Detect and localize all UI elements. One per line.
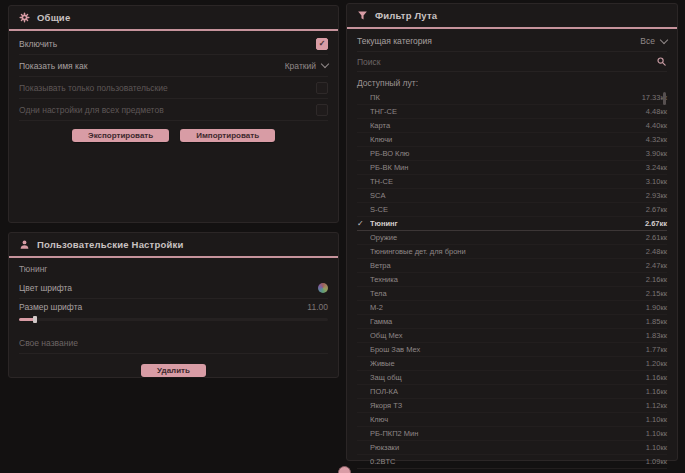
- loot-item-value: 1.12кк: [646, 401, 667, 410]
- loot-list: ПК17.33ккТНГ-СЕ4.48ккКарта4.40ккКлючи4.3…: [357, 91, 667, 473]
- loot-item-value: 1.10кк: [646, 415, 667, 424]
- user-settings-title: Пользовательские Настройки: [37, 239, 184, 250]
- only-custom-label: Показывать только пользовательские: [19, 83, 168, 93]
- loot-item-name: Оружие: [370, 233, 646, 242]
- loot-filter-header: Фильтр Лута: [347, 4, 677, 29]
- loot-item-value: 1.20кк: [646, 359, 667, 368]
- slider-track[interactable]: [19, 318, 328, 321]
- scrollbar-thumb[interactable]: [663, 92, 666, 105]
- name-display-label: Показать имя как: [19, 61, 87, 71]
- loot-item-name: Защ общ: [370, 373, 646, 382]
- same-settings-row: Одни настройки для всех предметов: [19, 99, 328, 121]
- font-size-value: 11.00: [307, 302, 328, 312]
- loot-item-row[interactable]: РБ-ПКП2 Мин1.10кк: [357, 427, 667, 441]
- loot-item-row[interactable]: Гамма1.85кк: [357, 315, 667, 329]
- loot-item-row[interactable]: Ключи4.32кк: [357, 133, 667, 147]
- loot-item-name: Ключ: [370, 415, 646, 424]
- enable-label: Включить: [19, 39, 57, 49]
- loot-item-name: РБ-ПКП2 Мин: [370, 429, 646, 438]
- loot-item-row[interactable]: Живые1.20кк: [357, 357, 667, 371]
- font-size-slider[interactable]: [19, 315, 328, 326]
- check-icon: ✓: [357, 219, 370, 229]
- export-import-row: Экспортировать Импортировать: [19, 129, 328, 142]
- custom-name-input[interactable]: [19, 338, 328, 348]
- loot-item-row[interactable]: ТН-СЕ3.10кк: [357, 175, 667, 189]
- loot-item-row[interactable]: S-СЕ2.67кк: [357, 203, 667, 217]
- slider-thumb[interactable]: [33, 316, 37, 323]
- loot-item-name: Карта: [370, 121, 646, 130]
- same-settings-label: Одни настройки для всех предметов: [19, 105, 164, 115]
- loot-item-name: ПОЛ-КА: [370, 387, 646, 396]
- loot-item-name: Общ Мех: [370, 331, 646, 340]
- enable-row: Включить ✓: [19, 33, 328, 55]
- loot-item-value: 1.16кк: [646, 373, 667, 382]
- gear-icon: [19, 12, 30, 23]
- loot-item-value: 2.67кк: [645, 219, 667, 228]
- loot-item-name: SCA: [370, 191, 646, 200]
- loot-item-value: 2.47кк: [646, 261, 667, 270]
- loot-item-row[interactable]: РБ-ВО Клю3.90кк: [357, 147, 667, 161]
- loot-item-row[interactable]: Техника2.16кк: [357, 273, 667, 287]
- loot-item-row[interactable]: SCA2.93кк: [357, 189, 667, 203]
- available-loot-row: Доступный лут:: [357, 74, 667, 91]
- loot-item-row[interactable]: Карта4.40кк: [357, 119, 667, 133]
- category-value: Все: [640, 36, 655, 46]
- name-display-dropdown[interactable]: Краткий: [285, 61, 328, 71]
- loot-item-value: 2.67кк: [646, 205, 667, 214]
- loot-item-name: 0.2BTC: [370, 457, 646, 466]
- loot-item-row[interactable]: ПОЛ-КА1.16кк: [357, 385, 667, 399]
- same-settings-checkbox[interactable]: [316, 104, 328, 116]
- general-panel-header: Общие: [9, 6, 338, 31]
- loot-item-row[interactable]: Якоря ТЗ1.12кк: [357, 399, 667, 413]
- selected-item-row: Тюнинг: [19, 260, 328, 277]
- loot-item-row[interactable]: 0.2BTC1.09кк: [357, 455, 667, 469]
- search-row: [357, 52, 667, 72]
- user-settings-panel: Пользовательские Настройки Тюнинг Цвет ш…: [8, 232, 339, 378]
- loot-item-value: 1.10кк: [646, 429, 667, 438]
- name-display-row: Показать имя как Краткий: [19, 55, 328, 77]
- loot-item-row[interactable]: ПК17.33кк: [357, 91, 667, 105]
- loot-item-value: 2.15кк: [646, 289, 667, 298]
- loot-item-row[interactable]: Ветра2.47кк: [357, 259, 667, 273]
- name-display-value: Краткий: [285, 61, 316, 71]
- loot-item-row[interactable]: Брош Зав Мех1.77кк: [357, 343, 667, 357]
- loot-item-value: 2.48кк: [646, 247, 667, 256]
- category-dropdown[interactable]: Все: [640, 36, 667, 46]
- loot-item-name: S-СЕ: [370, 205, 646, 214]
- loot-item-name: ПК: [370, 93, 642, 102]
- loot-item-row[interactable]: Ключ1.10кк: [357, 413, 667, 427]
- loot-item-row[interactable]: Тюнинговые дет. для брони2.48кк: [357, 245, 667, 259]
- loot-item-value: 1.09кк: [646, 457, 667, 466]
- loot-item-row[interactable]: GSPT1.00кк: [357, 469, 667, 473]
- loot-item-row[interactable]: Тела2.15кк: [357, 287, 667, 301]
- loot-item-value: 2.93кк: [646, 191, 667, 200]
- loot-item-row[interactable]: ТНГ-СЕ4.48кк: [357, 105, 667, 119]
- custom-name-row: [19, 332, 328, 354]
- loot-item-row[interactable]: М-21.90кк: [357, 301, 667, 315]
- loot-item-name: Живые: [370, 359, 646, 368]
- loot-item-row[interactable]: РБ-ВК Мин3.24кк: [357, 161, 667, 175]
- loot-item-row[interactable]: Общ Мех1.83кк: [357, 329, 667, 343]
- only-custom-row: Показывать только пользовательские: [19, 77, 328, 99]
- loot-item-name: Тела: [370, 289, 646, 298]
- loot-item-row[interactable]: Оружие2.61кк: [357, 231, 667, 245]
- enable-checkbox[interactable]: ✓: [316, 38, 328, 50]
- import-button[interactable]: Импортировать: [180, 129, 275, 142]
- loot-item-value: 3.24кк: [646, 163, 667, 172]
- export-button[interactable]: Экспортировать: [72, 129, 169, 142]
- available-loot-label: Доступный лут:: [357, 78, 418, 88]
- general-panel-body: Включить ✓ Показать имя как Краткий Пока…: [9, 31, 338, 142]
- search-input[interactable]: [357, 57, 656, 67]
- loot-item-row[interactable]: Рюкзаки1.10кк: [357, 441, 667, 455]
- loot-item-name: М-2: [370, 303, 646, 312]
- loot-item-name: ТН-СЕ: [370, 177, 646, 186]
- color-wheel-icon[interactable]: [318, 283, 328, 293]
- window-drag-handle[interactable]: [338, 466, 351, 473]
- loot-item-value: 4.32кк: [646, 135, 667, 144]
- loot-item-row[interactable]: Защ общ1.16кк: [357, 371, 667, 385]
- loot-item-row[interactable]: ✓Тюнинг2.67кк: [357, 217, 667, 231]
- loot-item-value: 1.83кк: [646, 331, 667, 340]
- search-icon[interactable]: [656, 56, 667, 67]
- only-custom-checkbox[interactable]: [316, 82, 328, 94]
- delete-button[interactable]: Удалить: [141, 364, 206, 377]
